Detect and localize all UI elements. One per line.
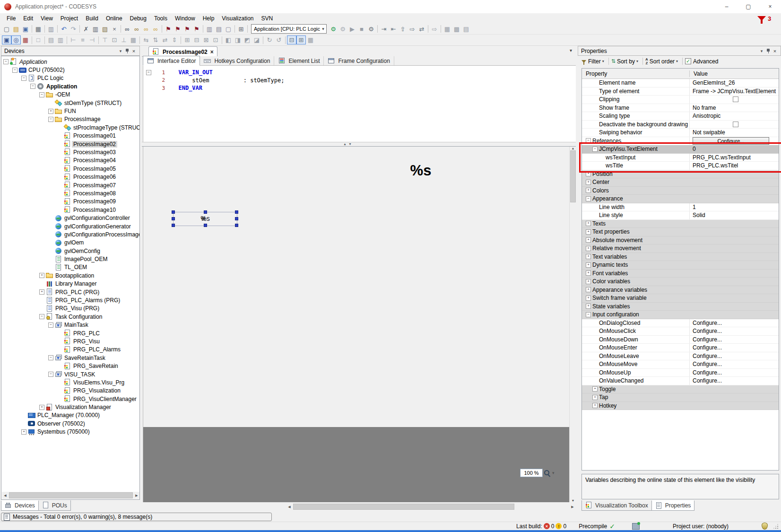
expander-icon[interactable]: + [586, 246, 591, 251]
element-list-icon[interactable]: ▦ [21, 35, 30, 44]
reset-size-icon[interactable]: ⊡ [211, 35, 220, 44]
tree-item[interactable]: gvlOem [1, 239, 139, 247]
resize-handle[interactable] [204, 224, 207, 227]
advanced-checkbox[interactable]: ✓ [685, 58, 691, 64]
tree-item[interactable]: −Application [1, 82, 139, 90]
expander-icon[interactable]: − [48, 372, 53, 377]
grid-toggle-icon[interactable]: ⊟ [287, 35, 296, 44]
notification-badge[interactable]: 3 [757, 14, 779, 23]
resize-handle[interactable] [172, 224, 175, 227]
menu-item-online[interactable]: Online [102, 14, 126, 23]
property-row[interactable]: −Input configuration [582, 311, 779, 319]
filter-button[interactable]: Filter [588, 58, 601, 65]
tree-item[interactable]: ProcessImage05 [1, 165, 139, 173]
tree-item[interactable]: −PLC Logic [1, 74, 139, 82]
tree-item[interactable]: −Task Configuration [1, 313, 139, 321]
tree-item[interactable]: ProcessImage08 [1, 189, 139, 197]
property-row[interactable]: OnMouseUpConfigure... [582, 369, 779, 377]
property-row[interactable]: OnMouseDownConfigure... [582, 336, 779, 344]
document-tab-processimage02[interactable]: ProcessImage02 × [148, 46, 217, 57]
property-row[interactable]: OnMouseEnterConfigure... [582, 344, 779, 352]
property-row[interactable]: wsTextInputPRG_PLC.wsTextInput [582, 154, 779, 162]
tree-item[interactable]: Observer (705002) [1, 419, 139, 427]
property-row[interactable]: OnMouseClickConfigure... [582, 327, 779, 336]
tree-item[interactable]: PRG_Visu (PRG) [1, 305, 139, 313]
tab-element-list[interactable]: Element List [274, 56, 324, 65]
align-top-icon[interactable]: ⊤ [100, 35, 110, 44]
move-anchor-icon[interactable]: ⊕ [201, 215, 206, 222]
menu-item-project[interactable]: Project [57, 14, 82, 23]
copy-pages-icon[interactable]: ▥ [46, 25, 56, 34]
scroll-right-icon[interactable]: ▶ [569, 505, 576, 509]
property-row[interactable]: +Switch frame variable [582, 294, 779, 303]
property-row[interactable]: Swiping behaviorNot swipable [582, 129, 779, 137]
distribute-vertical-icon[interactable]: ⇅ [151, 35, 160, 44]
rotate-counterclockwise-icon[interactable]: ↺ [274, 35, 284, 44]
find-replace-icon[interactable]: ∞ [132, 25, 141, 34]
expander-icon[interactable]: − [586, 312, 591, 317]
next-statement-icon[interactable]: ⇨ [430, 25, 439, 34]
scroll-left-icon[interactable]: ◀ [2, 494, 9, 497]
login-icon[interactable]: ⚙ [329, 25, 338, 34]
property-row[interactable]: OnDialogClosedConfigure... [582, 319, 779, 328]
property-row[interactable]: +Absolute movement [582, 236, 779, 245]
tree-item[interactable]: PRG_SaveRetain [1, 362, 139, 370]
tree-item[interactable]: PRG_PLC_Alarms [1, 346, 139, 354]
property-row[interactable]: −JCmpVisu.TextElement0 [582, 145, 779, 154]
reset-icon[interactable]: ⇄ [417, 25, 426, 34]
delete-icon[interactable]: × [110, 25, 119, 34]
expander-icon[interactable]: − [39, 314, 44, 319]
tree-item[interactable]: +Bootapplication [1, 271, 139, 279]
canvas-zoom-level[interactable]: 100 % [520, 469, 543, 477]
next-bookmark-icon[interactable]: ⚑ [173, 25, 182, 34]
scrollbar-thumb[interactable] [9, 492, 133, 498]
tree-item[interactable]: ProcessImage09 [1, 198, 139, 206]
tree-item[interactable]: gvlConfigurationController [1, 214, 139, 222]
menu-item-file[interactable]: File [3, 14, 19, 23]
tree-item[interactable]: −VISU_TASK [1, 370, 139, 378]
toggle-bookmark-icon[interactable]: ⚑ [164, 25, 173, 34]
chevron-down-icon[interactable]: ▾ [758, 49, 765, 53]
tree-item[interactable]: PRG_Visu [1, 337, 139, 345]
frame-selection-icon[interactable]: □ [34, 35, 43, 44]
tree-item[interactable]: ProcessImage01 [1, 132, 139, 140]
resize-handle[interactable] [235, 217, 238, 220]
menu-item-visualization[interactable]: Visualization [218, 14, 257, 23]
canvas-vertical-scrollbar[interactable]: ▲ ▼ [569, 147, 576, 502]
expander-icon[interactable]: + [586, 287, 591, 292]
expander-icon[interactable]: − [48, 323, 53, 328]
online-config-icon[interactable]: ⚙ [366, 25, 376, 34]
expander-icon[interactable]: + [592, 386, 598, 392]
property-row[interactable]: −Appearance [582, 195, 779, 203]
paste-icon[interactable]: ▧ [100, 25, 110, 34]
start-icon[interactable]: ▶ [347, 25, 357, 34]
tree-item[interactable]: −MainTask [1, 321, 139, 329]
flow-control-icon[interactable]: ▤ [461, 25, 471, 34]
tree-item[interactable]: PLC_Manager (70.0000) [1, 411, 139, 419]
run-to-cursor-icon[interactable]: ⇨ [408, 25, 417, 34]
expander-icon[interactable]: + [586, 188, 591, 193]
new-object-icon[interactable]: ▢ [224, 25, 233, 34]
tree-item[interactable]: PRG_Visualization [1, 387, 139, 395]
expander-icon[interactable]: + [586, 171, 591, 176]
property-row[interactable]: OnValueChangedConfigure... [582, 377, 779, 385]
breakpoints-icon[interactable]: ▦ [443, 25, 452, 34]
expander-icon[interactable]: + [39, 405, 44, 410]
save-icon[interactable]: ▣ [21, 25, 30, 34]
property-row[interactable]: OnMouseLeaveConfigure... [582, 352, 779, 361]
expander-icon[interactable]: + [592, 403, 598, 408]
tree-item[interactable]: +Systembus (705000) [1, 428, 139, 436]
tree-item[interactable]: +FUN [1, 107, 139, 115]
call-stack-icon[interactable]: ▩ [452, 25, 461, 34]
property-row[interactable]: Line width1 [582, 203, 779, 212]
tree-item[interactable]: ProcessImage10 [1, 206, 139, 214]
scroll-down-icon[interactable]: ▼ [570, 499, 576, 502]
tree-item[interactable]: ProcessImage07 [1, 181, 139, 189]
expander-icon[interactable]: + [586, 221, 591, 226]
find-objects-icon[interactable]: ∞ [141, 25, 151, 34]
active-application-dropdown[interactable]: Application [CPU: PLC Logic]▾ [251, 24, 327, 34]
bring-forward-icon[interactable]: ◨ [233, 35, 243, 44]
expander-icon[interactable]: − [3, 59, 9, 64]
menu-item-build[interactable]: Build [82, 14, 102, 23]
tree-item[interactable]: +Visualization Manager [1, 403, 139, 411]
